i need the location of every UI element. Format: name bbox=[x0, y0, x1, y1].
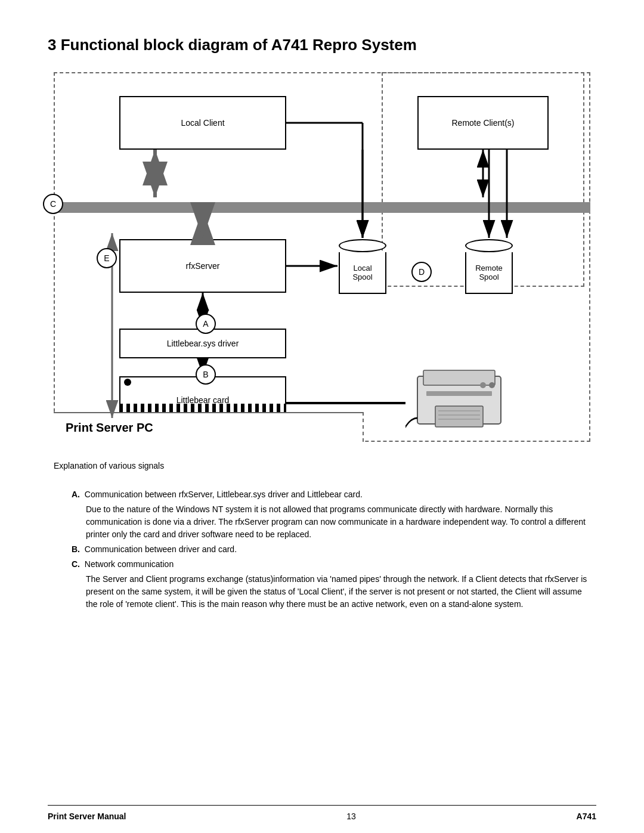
circle-label-a: A bbox=[196, 314, 216, 334]
label-a-text: A bbox=[203, 319, 208, 329]
label-c-text: C bbox=[50, 199, 56, 209]
print-server-text: Print Server PC bbox=[66, 421, 153, 435]
footer-left: Print Server Manual bbox=[48, 812, 126, 821]
remote-spool: RemoteSpool bbox=[465, 239, 513, 294]
footer-center: 13 bbox=[346, 812, 356, 821]
remote-client-box: Remote Client(s) bbox=[417, 96, 549, 150]
remote-spool-top bbox=[465, 239, 513, 252]
svg-rect-3 bbox=[426, 391, 492, 396]
item-b-title: B. Communication between driver and card… bbox=[72, 543, 590, 556]
label-b-text: B bbox=[203, 370, 208, 379]
local-client-box: Local Client bbox=[119, 96, 286, 150]
item-a-detail: Due to the nature of the Windows NT syst… bbox=[86, 503, 590, 541]
explanation-section: Explanation of various signals A. Commun… bbox=[54, 460, 590, 611]
circle-label-d: D bbox=[411, 262, 432, 282]
diagram-container: Local Client Remote Client(s) rfxServer … bbox=[54, 72, 590, 442]
label-d-text: D bbox=[419, 267, 425, 277]
label-e-text: E bbox=[104, 253, 109, 263]
network-line bbox=[54, 202, 590, 213]
bullet-dot bbox=[124, 379, 131, 386]
svg-rect-2 bbox=[435, 406, 483, 427]
local-spool-body: LocalSpool bbox=[339, 252, 386, 294]
footer-right: A741 bbox=[577, 812, 596, 821]
local-spool-top bbox=[339, 239, 386, 252]
local-spool: LocalSpool bbox=[339, 239, 386, 294]
circle-label-b: B bbox=[196, 364, 216, 385]
svg-point-5 bbox=[480, 382, 486, 388]
item-c-detail: The Server and Client programs exchange … bbox=[86, 573, 590, 611]
item-c-title: C. Network communication bbox=[72, 558, 590, 571]
svg-point-4 bbox=[489, 382, 495, 388]
remote-spool-body: RemoteSpool bbox=[465, 252, 513, 294]
remote-spool-label: RemoteSpool bbox=[475, 264, 503, 281]
circle-label-c: C bbox=[43, 194, 63, 214]
local-spool-label: LocalSpool bbox=[352, 264, 372, 281]
rfxserver-box: rfxServer bbox=[119, 239, 286, 293]
stripes-decoration bbox=[119, 404, 286, 412]
local-client-label: Local Client bbox=[181, 118, 224, 128]
footer: Print Server Manual 13 A741 bbox=[48, 805, 596, 821]
page-title: 3 Functional block diagram of A741 Repro… bbox=[48, 36, 596, 54]
printer-image bbox=[405, 364, 525, 436]
explanation-header: Explanation of various signals bbox=[54, 460, 590, 472]
printer-svg bbox=[405, 364, 525, 436]
print-server-label: Print Server PC bbox=[54, 412, 364, 442]
remote-client-label: Remote Client(s) bbox=[451, 118, 514, 128]
rfxserver-label: rfxServer bbox=[186, 261, 220, 271]
driver-label: Littlebear.sys driver bbox=[167, 339, 239, 348]
circle-label-e: E bbox=[97, 248, 117, 268]
item-a-title: A. Communication between rfxServer, Litt… bbox=[72, 488, 590, 501]
